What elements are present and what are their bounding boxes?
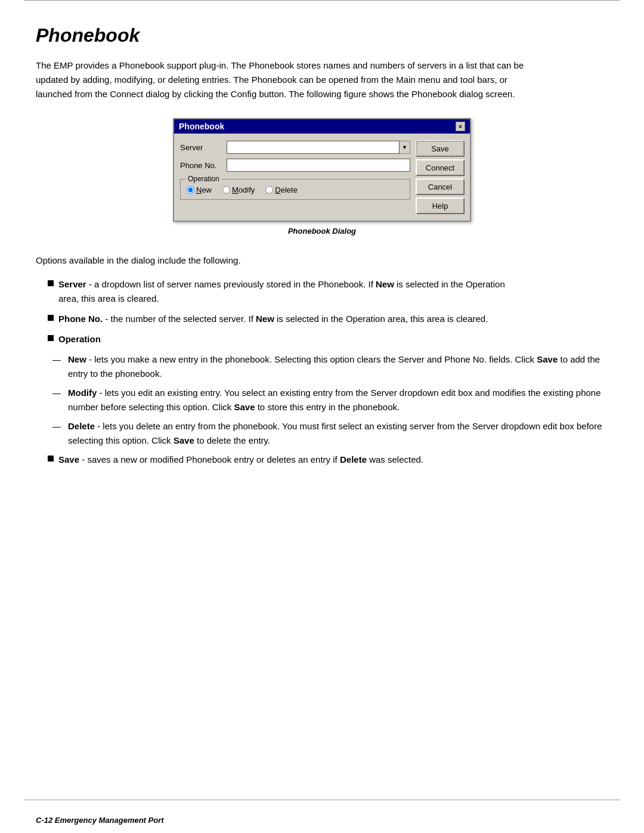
radio-modify[interactable] [222,186,230,194]
page-content: Phonebook The EMP provides a Phonebook s… [0,1,644,509]
operation-legend: Operation [185,175,222,183]
bullet-operation-text: Operation [58,332,101,346]
radio-new[interactable] [187,186,194,194]
operation-group: Operation New Modify [180,179,410,200]
phone-label: Phone No. [180,161,223,170]
bullet-phone-text: Phone No. - the number of the selected s… [58,312,488,326]
dialog-right-panel: Save Connect Cancel Help [416,141,464,213]
server-label: Server [180,143,223,152]
phone-input[interactable] [227,159,410,172]
radio-modify-text: Modify [232,185,255,194]
dialog-box: Phonebook × Server ▼ Phone No. [173,118,471,222]
dialog-title-text: Phonebook [179,122,224,131]
sub-dash-new: — [52,353,64,366]
sub-bullet-modify-text: Modify - lets you edit an existing entry… [68,386,608,414]
bullet-square-icon [48,280,54,286]
bullet-operation: Operation [48,332,525,346]
sub-bullet-new-text: New - lets you make a new entry in the p… [68,352,608,381]
sub-bullet-new: — New - lets you make a new entry in the… [52,352,608,381]
connect-label: Connect [426,163,454,172]
bullet-server-text: Server - a dropdown list of server names… [58,277,525,306]
radio-delete-label[interactable]: Delete [265,185,298,194]
sub-dash-delete: — [52,420,64,433]
help-label: Help [432,202,448,210]
radio-modify-label[interactable]: Modify [222,185,255,194]
dialog-titlebar: Phonebook × [174,119,470,134]
connect-button[interactable]: Connect [416,160,464,175]
save-button[interactable]: Save [416,141,464,156]
dialog-body: Server ▼ Phone No. Operation [174,134,470,221]
dialog-left-panel: Server ▼ Phone No. Operation [180,141,410,213]
operation-radios: New Modify Delete [187,185,404,194]
sub-bullet-list: — New - lets you make a new entry in the… [52,352,608,448]
dropdown-arrow-icon[interactable]: ▼ [400,141,410,154]
server-dropdown[interactable]: ▼ [227,141,410,154]
sub-dash-modify: — [52,386,64,400]
sub-bullet-modify: — Modify - lets you edit an existing ent… [52,386,608,414]
bullet-phone: Phone No. - the number of the selected s… [48,312,525,326]
dialog-container: Phonebook × Server ▼ Phone No. [36,118,608,247]
server-input[interactable] [227,141,400,154]
footer-text: C-12 Emergency Management Port [36,816,164,825]
radio-new-label[interactable]: New [187,185,212,194]
server-field-row: Server ▼ [180,141,410,154]
phone-field-row: Phone No. [180,159,410,172]
bullet-save: Save - saves a new or modified Phonebook… [48,453,525,467]
bullet-save-text: Save - saves a new or modified Phonebook… [58,453,423,467]
bullet-phone-icon [48,315,54,321]
footer: C-12 Emergency Management Port [36,816,608,825]
page-title: Phonebook [36,24,608,47]
radio-new-text: New [196,185,212,194]
save-label: Save [431,144,449,153]
intro-text: The EMP provides a Phonebook support plu… [36,58,525,101]
radio-delete[interactable] [265,186,273,194]
sub-bullet-delete: — Delete - lets you delete an entry from… [52,419,608,448]
cancel-button[interactable]: Cancel [416,179,464,194]
bottom-rule [24,800,620,800]
radio-delete-text: Delete [275,185,298,194]
body-intro: Options available in the dialog include … [36,253,525,268]
help-button[interactable]: Help [416,198,464,213]
bullet-save-icon [48,456,54,462]
save-bullet-list: Save - saves a new or modified Phonebook… [48,453,525,467]
dialog-caption: Phonebook Dialog [288,227,356,236]
bullet-server: Server - a dropdown list of server names… [48,277,525,306]
cancel-label: Cancel [428,182,452,191]
main-bullet-list: Server - a dropdown list of server names… [48,277,525,346]
sub-bullet-delete-text: Delete - lets you delete an entry from t… [68,419,608,448]
dialog-close-button[interactable]: × [456,122,465,131]
bullet-operation-icon [48,335,54,341]
